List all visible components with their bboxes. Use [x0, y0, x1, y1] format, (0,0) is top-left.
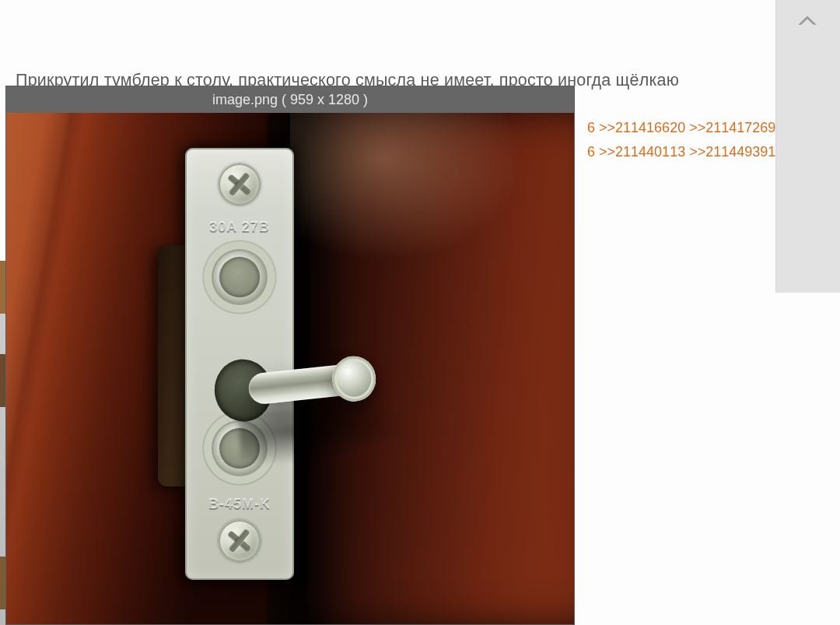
photo-plate-label-top: 30A 27B [185, 219, 294, 236]
right-sidebar-bg [775, 0, 840, 293]
chevron-up-icon [796, 10, 818, 32]
reply-link-211417269[interactable]: >>211417269 [689, 120, 775, 135]
reply-partial-2: 6 [587, 144, 595, 160]
reply-link-211440113[interactable]: >>211440113 [599, 144, 685, 160]
image-preview-header[interactable]: image.png ( 959 x 1280 ) [6, 86, 574, 113]
photo-plate-label-bottom: B-45М-K [185, 497, 294, 513]
reply-partial-1: 6 [587, 120, 595, 135]
reply-link-211449391[interactable]: >>211449391 [689, 144, 775, 160]
scroll-to-top-button[interactable] [784, 2, 831, 40]
photo-contact-ring-top [204, 241, 275, 313]
photo-screw-top [219, 163, 261, 205]
photo-screw-bottom [219, 520, 261, 562]
reply-link-211416620[interactable]: >>211416620 [599, 120, 685, 135]
reply-links-block: 6 >>211416620 >>211417269 6 >>211440113 … [587, 116, 775, 164]
image-preview-content[interactable]: 30A 27B B-45М-K [6, 113, 574, 625]
photo-ring-center [219, 257, 260, 297]
image-preview-popup[interactable]: image.png ( 959 x 1280 ) 30A 27B B-45М-K [5, 86, 575, 625]
